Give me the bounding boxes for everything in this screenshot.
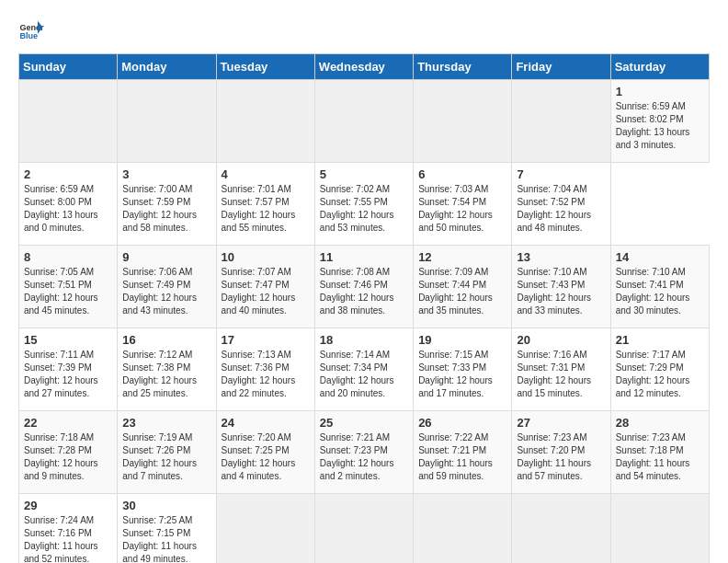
day-info: Sunrise: 7:04 AMSunset: 7:52 PMDaylight:… [517,183,605,235]
day-number: 27 [517,416,605,430]
day-number: 4 [222,167,310,181]
calendar-cell: 4 Sunrise: 7:01 AMSunset: 7:57 PMDayligh… [216,163,314,246]
calendar-cell: 3 Sunrise: 7:00 AMSunset: 7:59 PMDayligh… [118,163,216,246]
day-info: Sunrise: 7:22 AMSunset: 7:21 PMDaylight:… [418,431,506,483]
calendar-cell: 20 Sunrise: 7:16 AMSunset: 7:31 PMDaylig… [512,328,610,411]
day-number: 21 [616,333,704,347]
calendar-cell: 10 Sunrise: 7:07 AMSunset: 7:47 PMDaylig… [216,246,314,328]
calendar-header-row: SundayMondayTuesdayWednesdayThursdayFrid… [19,54,710,80]
calendar-cell: 13 Sunrise: 7:10 AMSunset: 7:43 PMDaylig… [512,246,610,328]
day-info: Sunrise: 7:24 AMSunset: 7:16 PMDaylight:… [24,514,112,563]
day-number: 15 [24,333,112,347]
day-number: 7 [517,167,605,181]
calendar-cell: 8 Sunrise: 7:05 AMSunset: 7:51 PMDayligh… [19,246,118,328]
calendar-cell: 2 Sunrise: 6:59 AMSunset: 8:00 PMDayligh… [19,163,118,246]
day-number: 29 [24,499,112,512]
calendar-cell: 6 Sunrise: 7:03 AMSunset: 7:54 PMDayligh… [414,163,512,246]
day-number: 26 [418,416,506,430]
calendar-cell [414,80,512,163]
page-header: General Blue [18,18,710,44]
day-info: Sunrise: 7:03 AMSunset: 7:54 PMDaylight:… [418,183,506,235]
day-info: Sunrise: 7:15 AMSunset: 7:33 PMDaylight:… [418,349,506,400]
calendar-week-row: 8 Sunrise: 7:05 AMSunset: 7:51 PMDayligh… [19,246,710,328]
calendar-cell: 14 Sunrise: 7:10 AMSunset: 7:41 PMDaylig… [610,246,709,328]
day-number: 22 [24,416,112,430]
calendar-cell: 22 Sunrise: 7:18 AMSunset: 7:28 PMDaylig… [19,411,118,494]
logo: General Blue [18,18,44,44]
day-info: Sunrise: 7:23 AMSunset: 7:18 PMDaylight:… [616,431,704,483]
day-info: Sunrise: 7:07 AMSunset: 7:47 PMDaylight:… [222,266,310,317]
calendar-cell: 19 Sunrise: 7:15 AMSunset: 7:33 PMDaylig… [414,328,512,411]
day-info: Sunrise: 7:16 AMSunset: 7:31 PMDaylight:… [517,349,605,400]
column-header-monday: Monday [118,54,216,80]
svg-text:Blue: Blue [19,31,38,40]
column-header-wednesday: Wednesday [314,54,413,80]
day-info: Sunrise: 7:25 AMSunset: 7:15 PMDaylight:… [122,514,210,563]
day-info: Sunrise: 7:02 AMSunset: 7:55 PMDaylight:… [320,183,408,235]
calendar-cell: 11 Sunrise: 7:08 AMSunset: 7:46 PMDaylig… [314,246,413,328]
day-info: Sunrise: 7:10 AMSunset: 7:43 PMDaylight:… [517,266,605,317]
column-header-sunday: Sunday [19,54,118,80]
day-info: Sunrise: 7:05 AMSunset: 7:51 PMDaylight:… [24,266,112,317]
calendar-cell: 27 Sunrise: 7:23 AMSunset: 7:20 PMDaylig… [512,411,610,494]
day-info: Sunrise: 7:19 AMSunset: 7:26 PMDaylight:… [122,431,210,483]
day-info: Sunrise: 7:12 AMSunset: 7:38 PMDaylight:… [122,349,210,400]
day-info: Sunrise: 7:21 AMSunset: 7:23 PMDaylight:… [320,431,408,483]
calendar-table: SundayMondayTuesdayWednesdayThursdayFrid… [18,53,710,563]
calendar-cell: 5 Sunrise: 7:02 AMSunset: 7:55 PMDayligh… [314,163,413,246]
day-number: 16 [122,333,210,347]
day-number: 19 [418,333,506,347]
calendar-cell: 28 Sunrise: 7:23 AMSunset: 7:18 PMDaylig… [610,411,709,494]
calendar-cell: 18 Sunrise: 7:14 AMSunset: 7:34 PMDaylig… [314,328,413,411]
logo-icon: General Blue [18,18,44,44]
day-number: 18 [320,333,408,347]
day-number: 12 [418,250,506,264]
day-info: Sunrise: 7:11 AMSunset: 7:39 PMDaylight:… [24,349,112,400]
day-number: 8 [24,250,112,264]
calendar-cell [512,80,610,163]
day-number: 3 [122,167,210,181]
day-info: Sunrise: 7:01 AMSunset: 7:57 PMDaylight:… [222,183,310,235]
day-number: 5 [320,167,408,181]
column-header-saturday: Saturday [610,54,709,80]
calendar-cell [19,80,118,163]
day-number: 13 [517,250,605,264]
calendar-cell: 12 Sunrise: 7:09 AMSunset: 7:44 PMDaylig… [414,246,512,328]
calendar-cell: 17 Sunrise: 7:13 AMSunset: 7:36 PMDaylig… [216,328,314,411]
calendar-cell: 1 Sunrise: 6:59 AMSunset: 8:02 PMDayligh… [610,80,709,163]
day-number: 11 [320,250,408,264]
calendar-cell [414,494,512,564]
day-number: 14 [616,250,704,264]
calendar-cell [610,494,709,564]
calendar-cell [314,80,413,163]
day-number: 24 [222,416,310,430]
calendar-cell [118,80,216,163]
day-info: Sunrise: 7:10 AMSunset: 7:41 PMDaylight:… [616,266,704,317]
day-info: Sunrise: 6:59 AMSunset: 8:00 PMDaylight:… [24,183,112,235]
day-info: Sunrise: 7:08 AMSunset: 7:46 PMDaylight:… [320,266,408,317]
calendar-cell: 7 Sunrise: 7:04 AMSunset: 7:52 PMDayligh… [512,163,610,246]
day-number: 23 [122,416,210,430]
calendar-cell: 9 Sunrise: 7:06 AMSunset: 7:49 PMDayligh… [118,246,216,328]
calendar-week-row: 2 Sunrise: 6:59 AMSunset: 8:00 PMDayligh… [19,163,710,246]
calendar-cell [216,494,314,564]
calendar-cell: 29 Sunrise: 7:24 AMSunset: 7:16 PMDaylig… [19,494,118,564]
day-number: 6 [418,167,506,181]
column-header-thursday: Thursday [414,54,512,80]
day-info: Sunrise: 7:17 AMSunset: 7:29 PMDaylight:… [616,349,704,400]
calendar-cell: 23 Sunrise: 7:19 AMSunset: 7:26 PMDaylig… [118,411,216,494]
day-info: Sunrise: 7:13 AMSunset: 7:36 PMDaylight:… [222,349,310,400]
day-number: 1 [616,85,704,98]
calendar-cell: 15 Sunrise: 7:11 AMSunset: 7:39 PMDaylig… [19,328,118,411]
calendar-cell: 25 Sunrise: 7:21 AMSunset: 7:23 PMDaylig… [314,411,413,494]
day-number: 28 [616,416,704,430]
column-header-friday: Friday [512,54,610,80]
calendar-cell: 26 Sunrise: 7:22 AMSunset: 7:21 PMDaylig… [414,411,512,494]
day-info: Sunrise: 7:09 AMSunset: 7:44 PMDaylight:… [418,266,506,317]
calendar-cell: 24 Sunrise: 7:20 AMSunset: 7:25 PMDaylig… [216,411,314,494]
day-number: 30 [122,499,210,512]
calendar-week-row: 15 Sunrise: 7:11 AMSunset: 7:39 PMDaylig… [19,328,710,411]
day-info: Sunrise: 7:18 AMSunset: 7:28 PMDaylight:… [24,431,112,483]
day-info: Sunrise: 7:06 AMSunset: 7:49 PMDaylight:… [122,266,210,317]
day-info: Sunrise: 7:20 AMSunset: 7:25 PMDaylight:… [222,431,310,483]
